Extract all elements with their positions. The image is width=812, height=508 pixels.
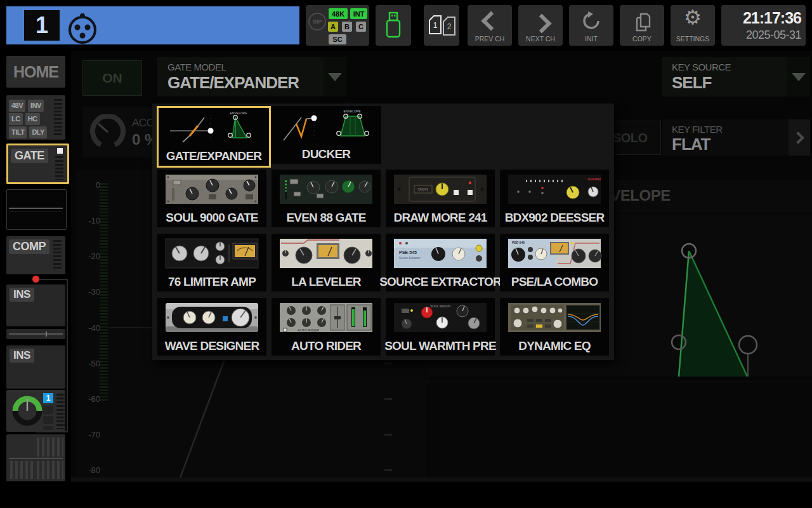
sidebar-gate-tile[interactable]: GATE xyxy=(6,144,69,184)
envelope-release-handle xyxy=(739,336,757,354)
copy-icon xyxy=(633,11,652,32)
model-tile-source-extractor[interactable]: PSE-545 Source Extractor SOURCE EXTRACTO… xyxy=(386,234,495,291)
sidebar-home-button[interactable]: HOME xyxy=(6,56,65,88)
model-tile-pse-la-combo[interactable]: PSE-545 PSE/LA COMBO xyxy=(500,234,609,291)
chevron-right-icon xyxy=(792,131,804,144)
settings-button[interactable]: ⚙ SETTINGS xyxy=(671,5,715,46)
pan-knob[interactable] xyxy=(10,394,44,428)
model-tile-la-leveler[interactable]: LA LEVELER xyxy=(272,234,381,291)
preamp-mini-meter xyxy=(54,99,62,136)
model-tile-dynamic-eq[interactable]: DYNAMIC EQ xyxy=(500,298,609,356)
next-channel-button[interactable]: NEXT CH xyxy=(518,5,563,46)
svg-text:Source Extractor: Source Extractor xyxy=(399,257,421,260)
chevron-right-icon xyxy=(532,13,551,33)
model-tile-draw-more-241[interactable]: DM241 DRAW MORE 241 xyxy=(386,170,495,227)
sidebar-fader-knob-tile[interactable]: 1 xyxy=(6,390,65,432)
sidebar-scribble-tile[interactable] xyxy=(6,434,65,481)
key-filter-label: KEY FILTER xyxy=(672,124,722,135)
channel-number: 1 xyxy=(36,12,48,39)
model-tile-soul-9000-gate[interactable]: SOUL 9000 GATE xyxy=(157,170,266,227)
gate-model-dropdown[interactable]: GATE MODEL GATE/EXPANDER xyxy=(157,57,346,97)
model-tile-soul-warmth-pre[interactable]: SOUL Warmth SOUL WARMTH PRE xyxy=(386,298,495,356)
model-tile-ducker[interactable]: ENVELOPE DUCKER xyxy=(271,106,381,164)
gate-open-indicator xyxy=(57,148,63,154)
model-tile-even-88-gate[interactable]: EVEN 88 GATE xyxy=(272,170,381,227)
preamp-hc-badge: HC xyxy=(25,113,40,125)
sc-badge: SC xyxy=(329,34,346,44)
pages-button[interactable]: 1 2 xyxy=(424,5,459,46)
wave-designer-thumb xyxy=(164,299,259,336)
sidebar-preamp-tile[interactable]: 48VINVLCHCTILTDLY xyxy=(6,95,65,140)
accent-knob[interactable] xyxy=(90,114,126,150)
gate-model-value: GATE/EXPANDER xyxy=(167,73,299,93)
key-filter-button[interactable]: KEY FILTER FLAT xyxy=(662,119,810,156)
svg-text:DM241: DM241 xyxy=(418,187,428,191)
sidechain-routing-line xyxy=(39,279,68,280)
comp-tile-label: COMP xyxy=(9,239,49,254)
sidebar-gain-slider[interactable] xyxy=(6,329,65,339)
level-meter-right xyxy=(58,394,65,429)
gate-model-label: GATE MODEL xyxy=(167,62,226,72)
ins2-tile-label: INS xyxy=(10,349,34,363)
gate-model-arrow[interactable] xyxy=(324,57,346,97)
sidechain-tap-dot xyxy=(32,276,39,283)
sidebar-insert1-tile[interactable]: INS xyxy=(6,284,65,326)
model-tile-wave-designer[interactable]: WAVE DESIGNER xyxy=(157,298,266,356)
pse-la-combo-thumb: PSE-545 xyxy=(507,235,602,272)
prev-channel-button[interactable]: PREV CH xyxy=(468,5,512,46)
slider-handle[interactable] xyxy=(46,331,47,337)
sidebar-eq-tile[interactable] xyxy=(6,189,67,230)
bottom-divider xyxy=(71,478,812,481)
preamp-inv-badge: INV xyxy=(28,100,44,112)
preamp-tilt-badge: TILT xyxy=(9,126,27,138)
envelope-lower-panel xyxy=(426,382,812,478)
gate-on-button[interactable]: ON xyxy=(82,60,142,96)
model-label: DYNAMIC EQ xyxy=(518,336,590,356)
svg-text:AUTO RIDER: AUTO RIDER xyxy=(298,328,319,332)
model-tile-auto-rider[interactable]: AUTO RIDER AUTO RIDER xyxy=(272,298,381,356)
key-source-label: KEY SOURCE xyxy=(672,62,731,72)
preamp-lc-badge: LC xyxy=(9,113,23,125)
init-button[interactable]: INIT xyxy=(569,5,613,46)
copy-button[interactable]: COPY xyxy=(620,5,664,46)
clock-time: 21:17:36 xyxy=(721,9,801,27)
clock-panel[interactable]: 21:17:36 2025-05-31 xyxy=(721,5,806,46)
channel-banner[interactable]: 1 xyxy=(6,6,299,44)
sidebar-comp-tile[interactable]: COMP xyxy=(6,236,65,274)
model-label: DUCKER xyxy=(302,144,350,164)
model-label: SOUL WARMTH PRE xyxy=(384,336,496,356)
key-filter-chevron[interactable] xyxy=(789,119,810,156)
key-source-arrow[interactable] xyxy=(787,57,810,97)
even-88-gate-thumb xyxy=(278,171,374,208)
fader-bars-bottom-r xyxy=(37,461,63,479)
gate-model-picker: ENVELOPE GATE/EXPANDER ENVELOPE xyxy=(152,104,614,360)
key-source-dropdown[interactable]: KEY SOURCE SELF xyxy=(662,57,810,97)
model-label: GATE/EXPANDER xyxy=(166,146,261,166)
preamp-48v-badge: 48V xyxy=(9,100,25,112)
status-panel: SIP 48K INT A B C SC xyxy=(306,5,369,46)
page-1-number: 1 xyxy=(433,21,438,30)
sidebar-insert2-tile[interactable]: INS xyxy=(6,345,65,389)
xlr-input-icon xyxy=(66,11,99,44)
model-label: 76 LIMITER AMP xyxy=(168,272,256,291)
model-label: SOURCE EXTRACTOR xyxy=(379,272,501,291)
layer-c-badge: C xyxy=(356,22,366,32)
gear-icon: ⚙ xyxy=(671,6,715,30)
console-screen: 1 SIP 48K INT A B C SC xyxy=(0,0,812,508)
usb-icon xyxy=(384,11,402,39)
usb-button[interactable] xyxy=(376,5,411,46)
preamp-dly-badge: DLY xyxy=(29,126,47,138)
layer-a-badge: A xyxy=(328,22,338,32)
model-tile-gate-expander[interactable]: ENVELOPE GATE/EXPANDER xyxy=(157,106,271,168)
model-label: EVEN 88 GATE xyxy=(286,208,365,227)
model-tile-bdx902-deesser[interactable]: bdx902 BDX902 DEESSER xyxy=(500,170,609,227)
top-bar: 1 SIP 48K INT A B C SC xyxy=(0,0,812,51)
svg-text:PSE-545: PSE-545 xyxy=(512,241,525,244)
model-label: PSE/LA COMBO xyxy=(511,272,598,291)
draw-more-241-thumb: DM241 xyxy=(393,171,488,208)
init-reset-icon xyxy=(582,11,602,31)
clock-date: 2025-05-31 xyxy=(721,29,801,42)
model-tile-76-limiter-amp[interactable]: 76 LIMITER AMP xyxy=(157,234,266,291)
bottom-bar xyxy=(0,483,812,508)
slider-track xyxy=(9,333,63,335)
